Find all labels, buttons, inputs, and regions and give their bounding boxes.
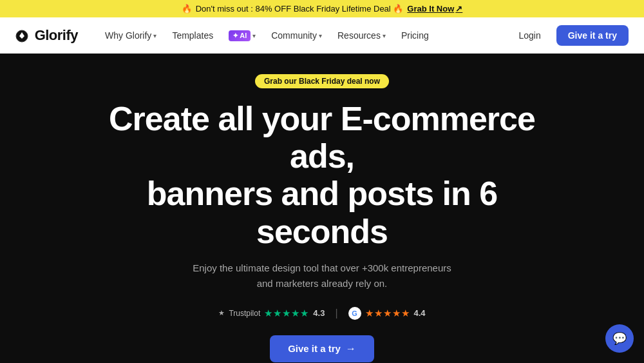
logo-icon bbox=[15, 30, 28, 43]
nav-links: Why Glorify ▾ Templates ✦ AI ▾ Community… bbox=[99, 26, 495, 45]
chevron-down-icon: ▾ bbox=[153, 32, 156, 39]
chat-button[interactable]: 💬 bbox=[605, 324, 634, 353]
fire-icon: 🔥 bbox=[182, 4, 192, 14]
hero-cta-button[interactable]: Give it a try → bbox=[270, 335, 374, 362]
ratings-row: ★ Trustpilot ★★★★★ 4.3 | G ★★★★★ 4.4 bbox=[218, 307, 425, 320]
trustpilot-rating: ★ Trustpilot ★★★★★ 4.3 bbox=[218, 308, 325, 319]
logo[interactable]: Glorify bbox=[15, 27, 78, 44]
rating-separator: | bbox=[335, 308, 337, 319]
chevron-down-icon: ▾ bbox=[319, 32, 322, 39]
arrow-icon: → bbox=[346, 343, 356, 355]
chevron-down-icon: ▾ bbox=[252, 32, 256, 39]
logo-text: Glorify bbox=[35, 27, 78, 43]
chevron-down-icon: ▾ bbox=[383, 32, 386, 39]
trustpilot-icon: ★ bbox=[218, 309, 225, 317]
arrow-icon: ↗ bbox=[455, 4, 462, 14]
google-rating: G ★★★★★ 4.4 bbox=[348, 307, 426, 320]
hero-subtitle: Enjoy the ultimate design tool that over… bbox=[193, 260, 451, 291]
trustpilot-stars: ★★★★★ bbox=[264, 308, 309, 319]
banner-cta[interactable]: Grab It Now ↗ bbox=[407, 4, 462, 14]
nav-ai[interactable]: ✦ AI ▾ bbox=[222, 26, 262, 45]
hero-section: Grab our Black Friday deal now Create al… bbox=[0, 54, 644, 363]
navbar: Glorify Why Glorify ▾ Templates ✦ AI ▾ C… bbox=[0, 17, 644, 54]
banner-text: Don't miss out : 84% OFF Black Friday Li… bbox=[196, 4, 404, 14]
nav-community[interactable]: Community ▾ bbox=[265, 26, 328, 44]
chat-icon: 💬 bbox=[612, 331, 627, 346]
nav-why-glorify[interactable]: Why Glorify ▾ bbox=[99, 26, 163, 44]
nav-pricing[interactable]: Pricing bbox=[395, 26, 435, 44]
nav-templates[interactable]: Templates bbox=[166, 26, 220, 44]
top-banner: 🔥 Don't miss out : 84% OFF Black Friday … bbox=[0, 0, 644, 17]
ai-badge: ✦ AI bbox=[229, 30, 251, 41]
google-stars: ★★★★★ bbox=[365, 308, 410, 319]
black-friday-badge[interactable]: Grab our Black Friday deal now bbox=[255, 74, 389, 88]
hero-title: Create all your E-commerce ads, banners … bbox=[90, 100, 554, 250]
nav-right: Login Give it a try bbox=[511, 25, 629, 46]
login-button[interactable]: Login bbox=[511, 26, 548, 44]
nav-resources[interactable]: Resources ▾ bbox=[331, 26, 392, 44]
google-icon: G bbox=[348, 307, 361, 320]
try-button[interactable]: Give it a try bbox=[556, 25, 629, 46]
